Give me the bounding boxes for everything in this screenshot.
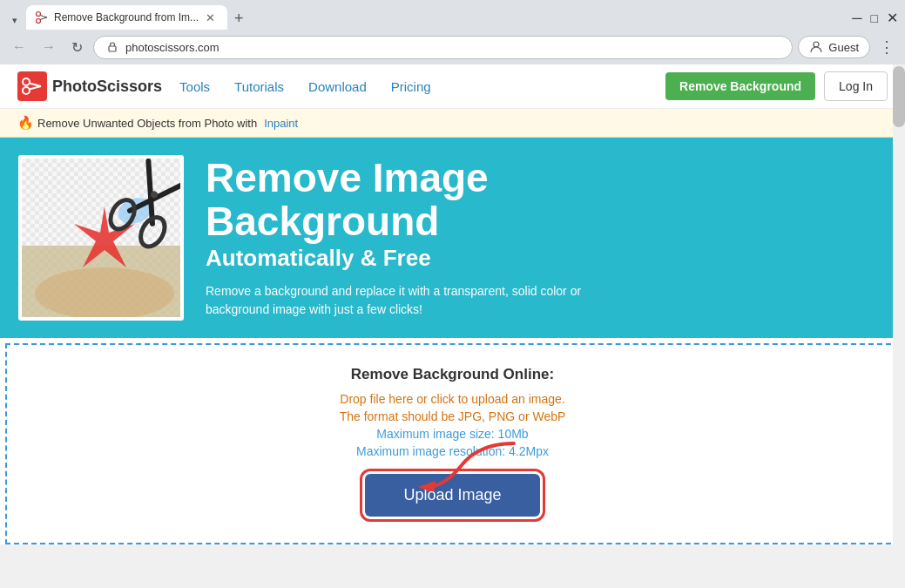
- hero-title-auto-line: Automatically & Free: [206, 244, 884, 274]
- hero-text: Remove Image Background Automatically & …: [206, 156, 884, 320]
- logo-area: PhotoScissors: [17, 71, 162, 101]
- svg-point-5: [814, 42, 819, 47]
- tab-title: Remove Background from Im...: [54, 11, 199, 24]
- svg-rect-6: [17, 71, 47, 101]
- nav-download[interactable]: Download: [308, 79, 367, 94]
- guest-label: Guest: [828, 41, 859, 54]
- hero-section: Remove Image Background Automatically & …: [0, 138, 905, 338]
- upload-drop-area[interactable]: Remove Background Online: Drop file here…: [5, 343, 900, 544]
- profile-btn[interactable]: Guest: [798, 36, 870, 58]
- close-btn[interactable]: ✕: [887, 10, 898, 26]
- scrollbar-thumb[interactable]: [893, 66, 905, 127]
- logo-icon: [17, 71, 47, 101]
- upload-btn-row: Upload Image: [24, 474, 881, 517]
- svg-point-18: [35, 267, 174, 320]
- nav-back-btn[interactable]: ←: [7, 36, 31, 58]
- tab-favicon: [35, 10, 49, 24]
- remove-background-nav-btn[interactable]: Remove Background: [665, 72, 815, 100]
- svg-rect-4: [109, 46, 116, 51]
- hero-subtitle: Remove a background and replace it with …: [206, 282, 624, 320]
- tab-close-btn[interactable]: ✕: [204, 11, 217, 24]
- nav-links: Tools Tutorials Download Pricing: [179, 79, 431, 94]
- nav-pricing[interactable]: Pricing: [391, 79, 431, 94]
- tab-strip: ▾ Remove Background from Im... ✕ + ─ □ ✕: [0, 0, 905, 30]
- upload-desc2: The format should be JPG, PNG or WebP: [24, 409, 881, 423]
- svg-line-2: [40, 16, 47, 18]
- browser-chrome: ▾ Remove Background from Im... ✕ + ─ □ ✕…: [0, 0, 905, 64]
- nav-reload-btn[interactable]: ↻: [66, 36, 88, 59]
- svg-marker-24: [418, 481, 436, 491]
- nav-forward-btn[interactable]: →: [37, 36, 61, 58]
- minimize-btn[interactable]: ─: [852, 10, 861, 26]
- upload-desc1: Drop file here or click to upload an ima…: [24, 392, 881, 406]
- notice-text: Remove Unwanted Objects from Photo with: [37, 117, 257, 130]
- maximize-btn[interactable]: □: [871, 11, 878, 25]
- hero-image-area: [14, 155, 188, 321]
- lock-icon: [106, 41, 118, 53]
- arrow-icon: [409, 439, 523, 491]
- tab-list-down[interactable]: ▾: [7, 11, 23, 30]
- address-bar-row: ← → ↻ photoscissors.com Guest ⋮: [0, 30, 905, 64]
- nav-tutorials[interactable]: Tutorials: [234, 79, 284, 94]
- inpaint-link[interactable]: Inpaint: [264, 117, 298, 130]
- page-content: PhotoScissors Tools Tutorials Download P…: [0, 64, 905, 544]
- fire-icon: 🔥: [17, 115, 34, 131]
- hero-title-line1: Remove Image: [206, 155, 489, 200]
- nav-tools[interactable]: Tools: [179, 79, 210, 94]
- svg-point-21: [105, 196, 139, 233]
- site-nav: PhotoScissors Tools Tutorials Download P…: [0, 64, 905, 109]
- new-tab-btn[interactable]: +: [227, 8, 251, 30]
- hero-title: Remove Image Background: [206, 156, 884, 244]
- address-bar[interactable]: photoscissors.com: [93, 36, 793, 59]
- browser-tab-active[interactable]: Remove Background from Im... ✕: [26, 5, 227, 30]
- logo-text: PhotoScissors: [52, 78, 162, 96]
- svg-point-1: [37, 19, 41, 24]
- scrollbar[interactable]: [893, 64, 905, 544]
- svg-line-3: [40, 17, 47, 20]
- login-nav-btn[interactable]: Log In: [824, 71, 888, 101]
- notice-bar: 🔥 Remove Unwanted Objects from Photo wit…: [0, 109, 905, 138]
- more-options-btn[interactable]: ⋮: [875, 34, 898, 60]
- svg-point-0: [37, 12, 41, 17]
- nav-right: Remove Background Log In: [665, 71, 888, 101]
- upload-area-title: Remove Background Online:: [24, 366, 881, 383]
- hero-photo: [18, 155, 184, 321]
- url-text: photoscissors.com: [125, 41, 780, 54]
- account-icon: [809, 40, 823, 54]
- svg-point-22: [136, 213, 170, 251]
- hero-title-line2: Background: [206, 199, 439, 244]
